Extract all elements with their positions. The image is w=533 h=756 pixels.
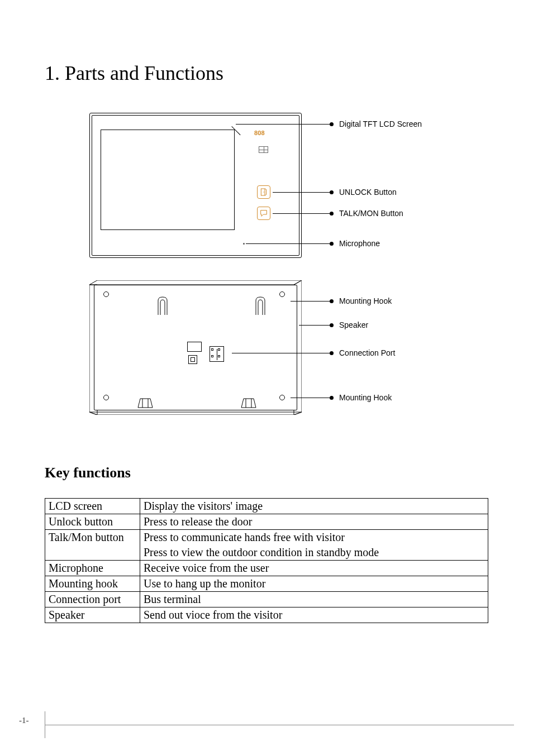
function-description: Receive voice from the user — [140, 561, 488, 576]
leader-line — [291, 301, 330, 302]
callout-unlock-button: UNLOCK Button — [330, 188, 397, 197]
function-description: Display the visitors' image — [140, 499, 488, 514]
table-row: Talk/Mon buttonPress to communicate hand… — [45, 530, 488, 546]
svg-marker-5 — [89, 280, 302, 285]
key-functions-table: LCD screenDisplay the visitors' imageUnl… — [45, 498, 488, 623]
unlock-button — [257, 185, 270, 199]
function-name: Microphone — [45, 561, 140, 576]
function-description: Send out vioce from the visitor — [140, 607, 488, 623]
leader-line — [273, 213, 330, 214]
lcd-screen — [101, 130, 235, 230]
callout-text: Microphone — [339, 239, 380, 248]
table-row: Unlock buttonPress to release the door — [45, 514, 488, 530]
indicator-icon — [259, 146, 268, 153]
page-title: 1. Parts and Functions — [45, 61, 488, 85]
mounting-hook — [254, 296, 266, 315]
table-row: Mounting hookUse to hang up the monitor — [45, 576, 488, 592]
table-row: Press to view the outdoor condition in s… — [45, 545, 488, 561]
leader-line — [236, 124, 330, 125]
back-view — [89, 280, 302, 417]
callout-text: Connection Port — [339, 348, 395, 357]
callout-text: Speaker — [339, 320, 368, 329]
mounting-hook — [156, 296, 169, 315]
function-description: Press to communicate hands free with vis… — [140, 530, 488, 546]
function-name: LCD screen — [45, 499, 140, 514]
function-description: Use to hang up the monitor — [140, 576, 488, 592]
table-row: Connection portBus terminal — [45, 592, 488, 607]
svg-rect-0 — [261, 189, 265, 195]
bus-terminal-pins — [211, 348, 222, 360]
callout-mounting-hook: Mounting Hook — [330, 393, 392, 402]
parts-diagram: 808 — [89, 113, 514, 437]
page-number: -1- — [19, 716, 29, 725]
callout-text: Mounting Hook — [339, 393, 392, 402]
function-name: Mounting hook — [45, 576, 140, 592]
talk-mon-button — [257, 207, 270, 220]
leader-line — [246, 243, 330, 244]
mounting-hook — [240, 398, 257, 409]
function-description: Press to view the outdoor condition in s… — [140, 545, 488, 561]
svg-point-4 — [263, 192, 264, 192]
callout-speaker: Speaker — [330, 320, 368, 329]
table-row: SpeakerSend out vioce from the visitor — [45, 607, 488, 623]
screen-corner-mark — [232, 126, 243, 137]
leader-line — [299, 325, 330, 326]
callout-text: Mounting Hook — [339, 296, 392, 305]
screw-hole — [103, 395, 109, 400]
footer-rule — [45, 725, 514, 725]
port-square — [188, 355, 197, 364]
device-logo: 808 — [254, 130, 282, 137]
door-icon — [259, 188, 268, 197]
leader-line — [291, 398, 330, 398]
front-view: 808 — [89, 113, 302, 258]
callout-text: Digital TFT LCD Screen — [339, 119, 422, 128]
leader-line — [232, 353, 330, 353]
function-description: Press to release the door — [140, 514, 488, 530]
function-description: Bus terminal — [140, 592, 488, 607]
table-row: LCD screenDisplay the visitors' image — [45, 499, 488, 514]
function-name: Speaker — [45, 607, 140, 623]
callout-connection-port: Connection Port — [330, 348, 395, 357]
function-name — [45, 545, 140, 561]
callout-text: TALK/MON Button — [339, 209, 403, 218]
svg-marker-8 — [89, 412, 302, 415]
speech-bubble-icon — [259, 209, 268, 218]
callout-talk-button: TALK/MON Button — [330, 209, 403, 218]
table-row: MicrophoneReceive voice from the user — [45, 561, 488, 576]
screw-hole — [103, 291, 109, 297]
microphone-hole — [243, 243, 245, 245]
function-name: Connection port — [45, 592, 140, 607]
function-name: Talk/Mon button — [45, 530, 140, 546]
callout-text: UNLOCK Button — [339, 188, 397, 197]
mounting-hook — [137, 398, 154, 409]
callout-microphone: Microphone — [330, 239, 380, 248]
section-heading: Key functions — [45, 465, 488, 481]
callout-mounting-hook: Mounting Hook — [330, 296, 392, 305]
screw-hole — [279, 395, 285, 400]
connection-port-area — [187, 342, 232, 367]
screw-hole — [279, 291, 285, 297]
callout-lcd-screen: Digital TFT LCD Screen — [330, 119, 422, 128]
page-footer: -1- — [0, 716, 533, 738]
leader-line — [273, 192, 330, 193]
function-name: Unlock button — [45, 514, 140, 530]
port-label-block — [187, 342, 202, 352]
